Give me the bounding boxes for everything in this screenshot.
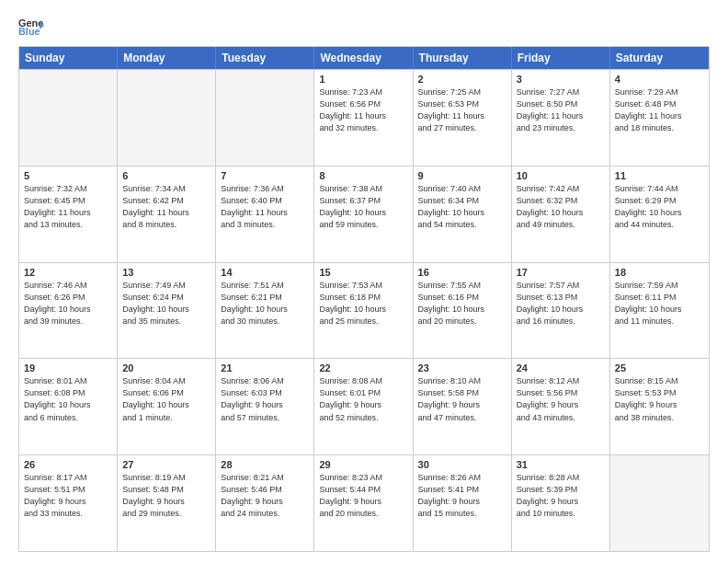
day-number: 29 (319, 459, 407, 470)
calendar-row: 5Sunrise: 7:32 AM Sunset: 6:45 PM Daylig… (19, 166, 709, 262)
day-number: 8 (319, 170, 407, 181)
cell-text: Sunrise: 8:10 AM Sunset: 5:58 PM Dayligh… (418, 375, 506, 423)
cell-text: Sunrise: 7:25 AM Sunset: 6:53 PM Dayligh… (418, 86, 506, 134)
day-number: 15 (319, 267, 407, 278)
day-number: 31 (517, 459, 605, 470)
day-number: 27 (122, 459, 210, 470)
calendar: SundayMondayTuesdayWednesdayThursdayFrid… (18, 46, 710, 552)
calendar-cell: 23Sunrise: 8:10 AM Sunset: 5:58 PM Dayli… (414, 359, 512, 454)
calendar-cell: 19Sunrise: 8:01 AM Sunset: 6:08 PM Dayli… (19, 359, 118, 454)
cell-text: Sunrise: 7:51 AM Sunset: 6:21 PM Dayligh… (221, 280, 309, 327)
cell-text: Sunrise: 7:40 AM Sunset: 6:34 PM Dayligh… (418, 183, 506, 231)
calendar-header-cell: Monday (118, 47, 216, 69)
day-number: 3 (517, 74, 605, 85)
calendar-cell: 1Sunrise: 7:23 AM Sunset: 6:56 PM Daylig… (314, 70, 413, 166)
calendar-row: 19Sunrise: 8:01 AM Sunset: 6:08 PM Dayli… (19, 358, 709, 454)
calendar-cell: 7Sunrise: 7:36 AM Sunset: 6:40 PM Daylig… (216, 167, 314, 262)
day-number: 5 (24, 170, 112, 181)
calendar-cell: 20Sunrise: 8:04 AM Sunset: 6:06 PM Dayli… (118, 359, 216, 454)
page-header: General Blue (18, 17, 710, 37)
cell-text: Sunrise: 8:04 AM Sunset: 6:06 PM Dayligh… (122, 375, 210, 423)
calendar-row: 26Sunrise: 8:17 AM Sunset: 5:51 PM Dayli… (19, 454, 709, 551)
calendar-cell: 9Sunrise: 7:40 AM Sunset: 6:34 PM Daylig… (414, 167, 512, 262)
day-number: 6 (122, 170, 210, 181)
day-number: 23 (418, 362, 506, 373)
day-number: 9 (418, 170, 506, 181)
cell-text: Sunrise: 7:59 AM Sunset: 6:11 PM Dayligh… (615, 280, 704, 327)
cell-text: Sunrise: 7:46 AM Sunset: 6:26 PM Dayligh… (24, 280, 112, 327)
calendar-cell: 6Sunrise: 7:34 AM Sunset: 6:42 PM Daylig… (118, 167, 216, 262)
calendar-cell: 14Sunrise: 7:51 AM Sunset: 6:21 PM Dayli… (216, 263, 314, 359)
day-number: 17 (517, 267, 605, 278)
calendar-cell: 29Sunrise: 8:23 AM Sunset: 5:44 PM Dayli… (314, 455, 413, 551)
day-number: 30 (418, 459, 506, 470)
cell-text: Sunrise: 7:38 AM Sunset: 6:37 PM Dayligh… (319, 183, 407, 231)
logo-icon: General Blue (18, 17, 44, 37)
cell-text: Sunrise: 7:32 AM Sunset: 6:45 PM Dayligh… (24, 183, 112, 231)
day-number: 25 (615, 362, 704, 373)
calendar-cell: 10Sunrise: 7:42 AM Sunset: 6:32 PM Dayli… (512, 167, 610, 262)
calendar-cell: 16Sunrise: 7:55 AM Sunset: 6:16 PM Dayli… (414, 263, 512, 359)
cell-text: Sunrise: 8:08 AM Sunset: 6:01 PM Dayligh… (319, 375, 407, 423)
calendar-cell: 13Sunrise: 7:49 AM Sunset: 6:24 PM Dayli… (118, 263, 216, 359)
calendar-cell: 4Sunrise: 7:29 AM Sunset: 6:48 PM Daylig… (610, 70, 709, 166)
calendar-cell: 22Sunrise: 8:08 AM Sunset: 6:01 PM Dayli… (314, 359, 413, 454)
calendar-row: 1Sunrise: 7:23 AM Sunset: 6:56 PM Daylig… (19, 69, 709, 166)
day-number: 16 (418, 267, 506, 278)
cell-text: Sunrise: 7:23 AM Sunset: 6:56 PM Dayligh… (319, 86, 407, 134)
day-number: 22 (319, 362, 407, 373)
cell-text: Sunrise: 7:49 AM Sunset: 6:24 PM Dayligh… (122, 280, 210, 327)
cell-text: Sunrise: 8:26 AM Sunset: 5:41 PM Dayligh… (418, 472, 506, 520)
calendar-header-cell: Wednesday (314, 47, 413, 69)
calendar-cell: 30Sunrise: 8:26 AM Sunset: 5:41 PM Dayli… (414, 455, 512, 551)
cell-text: Sunrise: 7:42 AM Sunset: 6:32 PM Dayligh… (517, 183, 605, 231)
cell-text: Sunrise: 8:01 AM Sunset: 6:08 PM Dayligh… (24, 375, 112, 423)
cell-text: Sunrise: 7:29 AM Sunset: 6:48 PM Dayligh… (615, 86, 704, 134)
cell-text: Sunrise: 7:44 AM Sunset: 6:29 PM Dayligh… (615, 183, 704, 231)
logo: General Blue (18, 17, 44, 37)
day-number: 19 (24, 362, 112, 373)
calendar-cell: 18Sunrise: 7:59 AM Sunset: 6:11 PM Dayli… (610, 263, 709, 359)
cell-text: Sunrise: 7:36 AM Sunset: 6:40 PM Dayligh… (221, 183, 309, 231)
day-number: 1 (319, 74, 407, 85)
cell-text: Sunrise: 7:53 AM Sunset: 6:18 PM Dayligh… (319, 280, 407, 327)
day-number: 14 (221, 267, 309, 278)
calendar-cell: 28Sunrise: 8:21 AM Sunset: 5:46 PM Dayli… (216, 455, 314, 551)
cell-text: Sunrise: 7:27 AM Sunset: 6:50 PM Dayligh… (517, 86, 605, 134)
calendar-cell: 17Sunrise: 7:57 AM Sunset: 6:13 PM Dayli… (512, 263, 610, 359)
day-number: 20 (122, 362, 210, 373)
calendar-cell (19, 70, 118, 166)
calendar-header-cell: Saturday (610, 47, 709, 69)
day-number: 24 (517, 362, 605, 373)
day-number: 12 (24, 267, 112, 278)
cell-text: Sunrise: 8:15 AM Sunset: 5:53 PM Dayligh… (615, 375, 704, 423)
cell-text: Sunrise: 8:21 AM Sunset: 5:46 PM Dayligh… (221, 472, 309, 520)
calendar-cell: 24Sunrise: 8:12 AM Sunset: 5:56 PM Dayli… (512, 359, 610, 454)
day-number: 7 (221, 170, 309, 181)
calendar-cell: 11Sunrise: 7:44 AM Sunset: 6:29 PM Dayli… (610, 167, 709, 262)
day-number: 2 (418, 74, 506, 85)
calendar-row: 12Sunrise: 7:46 AM Sunset: 6:26 PM Dayli… (19, 262, 709, 359)
calendar-cell: 27Sunrise: 8:19 AM Sunset: 5:48 PM Dayli… (118, 455, 216, 551)
day-number: 10 (517, 170, 605, 181)
day-number: 4 (615, 74, 704, 85)
calendar-cell: 8Sunrise: 7:38 AM Sunset: 6:37 PM Daylig… (314, 167, 413, 262)
calendar-cell: 3Sunrise: 7:27 AM Sunset: 6:50 PM Daylig… (512, 70, 610, 166)
cell-text: Sunrise: 8:12 AM Sunset: 5:56 PM Dayligh… (517, 375, 605, 423)
calendar-header-cell: Sunday (19, 47, 118, 69)
calendar-header-cell: Friday (512, 47, 610, 69)
calendar-cell (216, 70, 314, 166)
calendar-cell: 31Sunrise: 8:28 AM Sunset: 5:39 PM Dayli… (512, 455, 610, 551)
cell-text: Sunrise: 7:57 AM Sunset: 6:13 PM Dayligh… (517, 280, 605, 327)
calendar-header-cell: Thursday (414, 47, 512, 69)
svg-text:Blue: Blue (18, 26, 40, 37)
calendar-header-cell: Tuesday (216, 47, 314, 69)
day-number: 26 (24, 459, 112, 470)
cell-text: Sunrise: 7:55 AM Sunset: 6:16 PM Dayligh… (418, 280, 506, 327)
calendar-cell (118, 70, 216, 166)
cell-text: Sunrise: 8:28 AM Sunset: 5:39 PM Dayligh… (517, 472, 605, 520)
calendar-cell: 15Sunrise: 7:53 AM Sunset: 6:18 PM Dayli… (314, 263, 413, 359)
calendar-cell: 25Sunrise: 8:15 AM Sunset: 5:53 PM Dayli… (610, 359, 709, 454)
calendar-cell (610, 455, 709, 551)
calendar-cell: 5Sunrise: 7:32 AM Sunset: 6:45 PM Daylig… (19, 167, 118, 262)
